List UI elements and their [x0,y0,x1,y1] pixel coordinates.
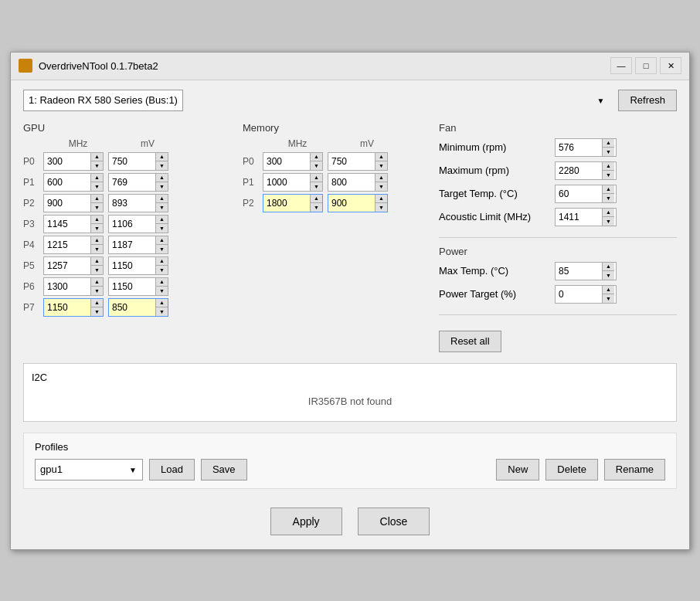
spin-input[interactable] [109,153,155,170]
spin-up-button[interactable]: ▲ [155,153,168,161]
spin-down-button[interactable]: ▼ [90,203,103,212]
spin-input[interactable] [44,153,90,170]
power-spin-up[interactable]: ▲ [602,263,614,271]
fan-spin-up[interactable]: ▲ [602,185,614,194]
spin-wrapper: ▲▼ [43,215,104,233]
spin-up-button[interactable]: ▲ [155,174,168,182]
spin-input[interactable] [109,216,155,233]
close-window-button[interactable]: ✕ [660,57,681,74]
fan-spin-input[interactable] [556,162,602,179]
power-spin-down[interactable]: ▼ [602,271,614,280]
gpu-select[interactable]: 1: Radeon RX 580 Series (Bus:1) [23,90,183,111]
spin-down-button[interactable]: ▼ [90,307,103,316]
spin-up-button[interactable]: ▲ [90,216,103,224]
spin-down-button[interactable]: ▼ [310,182,322,191]
power-spin-up[interactable]: ▲ [602,286,614,294]
fan-spin-down[interactable]: ▼ [602,217,614,226]
spin-up-button[interactable]: ▲ [90,236,103,245]
spin-input[interactable] [109,299,155,316]
spin-down-button[interactable]: ▼ [90,287,103,295]
spin-down-button[interactable]: ▼ [155,266,168,274]
load-button[interactable]: Load [149,459,195,480]
spin-down-button[interactable]: ▼ [375,203,387,212]
fan-spin-down[interactable]: ▼ [602,148,614,156]
fan-spin-down[interactable]: ▼ [602,171,614,179]
spin-up-button[interactable]: ▲ [155,195,168,203]
spin-input[interactable] [263,174,310,191]
apply-button[interactable]: Apply [270,508,342,535]
spin-up-button[interactable]: ▲ [375,195,387,203]
spin-up-button[interactable]: ▲ [375,153,387,161]
fan-spin-up[interactable]: ▲ [602,209,614,217]
spin-up-button[interactable]: ▲ [155,278,168,287]
spin-up-button[interactable]: ▲ [310,153,322,161]
spin-input[interactable] [44,216,90,233]
spin-input[interactable] [44,278,90,295]
spin-input[interactable] [328,174,375,191]
spin-input[interactable] [44,174,90,191]
fan-spin-input[interactable] [556,209,602,226]
spin-input[interactable] [109,257,155,274]
reset-all-button[interactable]: Reset all [439,331,501,352]
spin-down-button[interactable]: ▼ [310,161,322,170]
spin-up-button[interactable]: ▲ [90,278,103,287]
spin-down-button[interactable]: ▼ [310,203,322,212]
spin-up-button[interactable]: ▲ [155,236,168,245]
fan-spin-input[interactable] [556,185,602,202]
spin-input[interactable] [109,236,155,253]
spin-up-button[interactable]: ▲ [155,299,168,307]
minimize-button[interactable]: — [610,57,632,74]
spin-input[interactable] [44,195,90,212]
close-button[interactable]: Close [358,508,430,535]
delete-button[interactable]: Delete [545,459,598,480]
spin-input[interactable] [263,195,310,212]
spin-down-button[interactable]: ▼ [155,287,168,295]
spin-down-button[interactable]: ▼ [90,266,103,274]
spin-input[interactable] [44,257,90,274]
spin-up-button[interactable]: ▲ [90,153,103,161]
spin-down-button[interactable]: ▼ [155,203,168,212]
rename-button[interactable]: Rename [604,459,665,480]
fan-spin-up[interactable]: ▲ [602,162,614,171]
spin-up-button[interactable]: ▲ [155,257,168,266]
profile-select[interactable]: gpu1 [35,459,143,480]
spin-input[interactable] [109,174,155,191]
spin-input[interactable] [328,153,375,170]
spin-up-button[interactable]: ▲ [375,174,387,182]
spin-up-button[interactable]: ▲ [90,195,103,203]
maximize-button[interactable]: □ [635,57,657,74]
power-spin-input[interactable] [556,286,602,303]
spin-down-button[interactable]: ▼ [90,224,103,233]
spin-down-button[interactable]: ▼ [90,182,103,191]
spin-down-button[interactable]: ▼ [90,161,103,170]
spin-input[interactable] [263,153,310,170]
fan-spin-up[interactable]: ▲ [602,139,614,148]
spin-up-button[interactable]: ▲ [310,174,322,182]
spin-input[interactable] [109,195,155,212]
spin-up-button[interactable]: ▲ [90,174,103,182]
spin-input[interactable] [44,299,90,316]
save-button[interactable]: Save [201,459,247,480]
spin-down-button[interactable]: ▼ [155,245,168,253]
fan-spin-input[interactable] [556,139,602,156]
spin-up-button[interactable]: ▲ [90,299,103,307]
power-spin-input[interactable] [556,263,602,280]
spin-input[interactable] [44,236,90,253]
new-button[interactable]: New [496,459,539,480]
state-label: P3 [23,219,43,229]
power-spin-down[interactable]: ▼ [602,294,614,303]
spin-input[interactable] [109,278,155,295]
fan-spin-down[interactable]: ▼ [602,194,614,202]
spin-down-button[interactable]: ▼ [155,224,168,233]
spin-up-button[interactable]: ▲ [310,195,322,203]
refresh-button[interactable]: Refresh [618,90,677,111]
spin-up-button[interactable]: ▲ [90,257,103,266]
spin-down-button[interactable]: ▼ [90,245,103,253]
spin-down-button[interactable]: ▼ [155,307,168,316]
spin-down-button[interactable]: ▼ [155,182,168,191]
spin-up-button[interactable]: ▲ [155,216,168,224]
spin-down-button[interactable]: ▼ [375,161,387,170]
spin-down-button[interactable]: ▼ [155,161,168,170]
spin-input[interactable] [328,195,375,212]
spin-down-button[interactable]: ▼ [375,182,387,191]
